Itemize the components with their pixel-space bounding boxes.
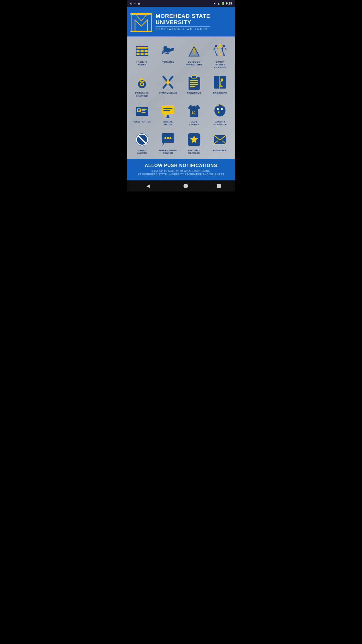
social-media-icon <box>160 103 176 119</box>
svg-rect-11 <box>137 50 140 52</box>
club-sports-icon: 10 <box>186 103 202 119</box>
menu-item-brochure[interactable]: BROCHURE <box>208 72 233 99</box>
push-banner-title: ALLOW PUSH NOTIFICATIONS <box>132 163 230 168</box>
svg-point-26 <box>219 44 221 47</box>
svg-rect-29 <box>141 78 143 80</box>
outdoor-icon <box>186 43 202 59</box>
recents-button[interactable] <box>217 184 221 188</box>
menu-item-favorite-classes[interactable]: FAVORITECLASSES <box>182 129 207 157</box>
svg-point-69 <box>169 137 171 139</box>
brochure-label: BROCHURE <box>213 92 227 95</box>
menu-item-intramurals[interactable]: INTRAMURALS <box>156 72 181 99</box>
svg-rect-10 <box>137 47 148 49</box>
programs-label: PROGRAMS <box>187 92 201 95</box>
programs-icon <box>186 74 202 90</box>
personal-training-label: PERSONALTRAINING <box>135 92 149 97</box>
main-content: FACILITYHOURS AQUATICS <box>127 36 235 159</box>
aquatics-icon <box>160 43 176 59</box>
dots-icon: ⁘ <box>134 2 136 5</box>
eagle-alerts-label: EAGLEALERTS <box>137 149 147 155</box>
menu-item-facility-hours[interactable]: FACILITYHOURS <box>129 41 155 71</box>
menu-item-registration[interactable]: REGISTRATION <box>129 100 155 128</box>
eagle-alerts-icon <box>134 132 150 148</box>
varsity-schedule-icon <box>212 103 228 119</box>
menu-item-aquatics[interactable]: AQUATICS <box>156 41 181 71</box>
group-fitness-icon <box>212 43 228 59</box>
registration-label: REGISTRATION <box>133 120 151 123</box>
svg-rect-48 <box>142 109 147 110</box>
svg-point-47 <box>138 109 140 111</box>
svg-rect-40 <box>190 86 195 87</box>
department-name: RECREATION & WELLNESS <box>156 26 210 31</box>
personal-training-icon <box>134 74 150 90</box>
university-name: MOREHEAD STATEUNIVERSITY <box>156 13 210 26</box>
favorite-classes-label: FAVORITECLASSES <box>188 149 200 155</box>
wifi-icon: ▼ <box>213 2 216 5</box>
menu-item-personal-training[interactable]: PERSONALTRAINING <box>129 72 155 99</box>
feedback-label: FEEDBACK <box>213 149 227 152</box>
svg-point-61 <box>218 108 219 109</box>
push-notification-banner[interactable]: ALLOW PUSH NOTIFICATIONS STAY UP TO DATE… <box>127 159 235 180</box>
facility-hours-label: FACILITYHOURS <box>137 61 148 66</box>
feedback-icon <box>212 132 228 148</box>
intramurals-icon <box>160 74 176 90</box>
svg-rect-16 <box>145 53 148 55</box>
header-text-block: MOREHEAD STATEUNIVERSITY RECREATION & WE… <box>156 13 210 31</box>
svg-rect-39 <box>190 84 198 85</box>
msu-logo <box>130 11 153 32</box>
club-sports-label: CLUBSPORTS <box>189 120 199 126</box>
status-icons-right: ▼ ▲ 🔋 9:29 <box>213 2 232 5</box>
varsity-schedule-label: VARSITYSCHEDULE <box>213 120 227 126</box>
svg-rect-36 <box>192 76 197 78</box>
signal-icon: ▲ <box>217 2 220 5</box>
push-banner-subtitle: STAY UP TO DATE WITH WHATS HAPPENINGAT M… <box>132 169 230 176</box>
menu-item-outdoor[interactable]: OUTDOORADVENTURES <box>182 41 207 71</box>
home-button[interactable] <box>184 184 188 188</box>
status-icons-left: ⚙ ⁘ ◉ <box>130 2 140 5</box>
app-header: MOREHEAD STATEUNIVERSITY RECREATION & WE… <box>127 7 235 36</box>
svg-rect-14 <box>137 53 140 55</box>
menu-item-notification-center[interactable]: NOTIFICATIONCENTER <box>156 129 181 157</box>
svg-point-31 <box>141 83 143 85</box>
registration-icon <box>134 103 150 119</box>
svg-rect-12 <box>141 50 144 52</box>
svg-point-43 <box>221 78 223 81</box>
svg-rect-53 <box>163 108 172 109</box>
settings-icon: ⚙ <box>130 2 132 5</box>
svg-point-62 <box>222 108 223 109</box>
brochure-icon <box>212 74 228 90</box>
outdoor-label: OUTDOORADVENTURES <box>186 61 202 66</box>
back-button[interactable]: ◀ <box>141 182 155 190</box>
svg-rect-50 <box>142 112 146 113</box>
svg-rect-38 <box>190 82 198 83</box>
menu-item-social-media[interactable]: SOCIALMEDIA <box>156 100 181 128</box>
menu-item-varsity-schedule[interactable]: VARSITYSCHEDULE <box>208 100 233 128</box>
battery-icon: 🔋 <box>221 2 225 5</box>
navigation-bar: ◀ <box>127 180 235 191</box>
group-fitness-label: GROUPFITNESSCLASSES <box>214 61 226 69</box>
facility-hours-icon <box>134 43 150 59</box>
menu-item-eagle-alerts[interactable]: EAGLEALERTS <box>129 129 155 157</box>
status-bar: ⚙ ⁘ ◉ ▼ ▲ 🔋 9:29 <box>127 0 235 7</box>
svg-point-68 <box>167 137 169 139</box>
svg-rect-49 <box>142 110 145 111</box>
menu-item-club-sports[interactable]: 10 CLUBSPORTS <box>182 100 207 128</box>
menu-item-programs[interactable]: PROGRAMS <box>182 72 207 99</box>
menu-item-feedback[interactable]: FEEDBACK <box>208 129 233 157</box>
svg-rect-54 <box>163 110 170 111</box>
aquatics-label: AQUATICS <box>162 61 174 63</box>
svg-rect-15 <box>141 53 144 55</box>
menu-grid: FACILITYHOURS AQUATICS <box>127 36 235 159</box>
menu-item-group-fitness[interactable]: GROUPFITNESSCLASSES <box>208 41 233 71</box>
svg-text:10: 10 <box>192 111 196 115</box>
svg-rect-51 <box>162 105 174 114</box>
svg-point-67 <box>164 137 166 139</box>
circle-icon: ◉ <box>138 2 140 5</box>
social-media-label: SOCIALMEDIA <box>163 120 173 126</box>
svg-rect-13 <box>145 50 148 52</box>
svg-point-34 <box>166 80 170 84</box>
intramurals-label: INTRAMURALS <box>159 92 177 95</box>
notification-center-icon <box>160 132 176 148</box>
svg-rect-37 <box>190 80 198 81</box>
svg-point-18 <box>163 48 172 52</box>
